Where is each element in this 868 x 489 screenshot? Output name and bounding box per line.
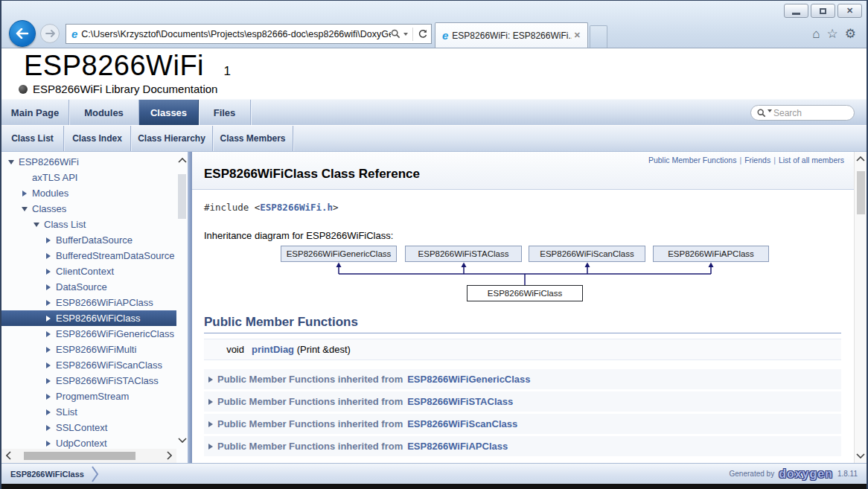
- refresh-icon[interactable]: [418, 29, 428, 39]
- content-scroll-thumb[interactable]: [857, 171, 865, 214]
- tab-files[interactable]: Files: [199, 100, 251, 125]
- doc-content: Public Member Functions|Friends|List of …: [192, 152, 867, 463]
- expand-triangle-icon: [208, 377, 213, 383]
- favorites-star-icon[interactable]: ☆: [827, 28, 838, 40]
- tree-collapsed-icon[interactable]: [46, 409, 51, 415]
- tree-item-bufferdatasource[interactable]: BufferDataSource: [1, 232, 188, 248]
- tree-item-esp8266wificlass-selected[interactable]: ESP8266WiFiClass: [1, 310, 188, 326]
- inherited-section-scanclass[interactable]: Public Member Functions inherited fromES…: [204, 414, 841, 434]
- minimize-button[interactable]: [784, 4, 808, 18]
- tree-item-slist[interactable]: SList: [1, 404, 188, 420]
- search-dropdown-icon[interactable]: [403, 33, 408, 36]
- tree-collapsed-icon[interactable]: [46, 284, 51, 290]
- link-all-members[interactable]: List of all members: [779, 156, 844, 164]
- search-box[interactable]: [750, 105, 855, 121]
- inherited-class-link[interactable]: ESP8266WiFiGenericClass: [407, 374, 530, 385]
- sidebar-horizontal-scrollbar[interactable]: [1, 449, 176, 463]
- tab-modules[interactable]: Modules: [69, 100, 139, 125]
- tree-collapsed-icon[interactable]: [46, 362, 51, 368]
- search-icon[interactable]: [391, 29, 401, 39]
- tab-close-icon[interactable]: ✕: [572, 31, 583, 40]
- breadcrumb-chevron-icon: [92, 466, 99, 482]
- page-header: Public Member Functions|Friends|List of …: [192, 152, 867, 190]
- url-input[interactable]: [81, 29, 391, 39]
- tree-item-classes[interactable]: Classes: [1, 201, 188, 217]
- footer-navpath: ESP8266WiFiClass Generated by doxygen 1.…: [1, 463, 867, 484]
- diagram-node-scanclass[interactable]: ESP8266WiFiScanClass: [529, 246, 645, 262]
- restore-button[interactable]: [811, 4, 835, 18]
- tree-item-esp8266wifi[interactable]: ESP8266WiFi: [1, 154, 188, 170]
- tree-collapsed-icon[interactable]: [46, 378, 51, 384]
- diagram-node-apclass[interactable]: ESP8266WiFiAPClass: [653, 246, 769, 262]
- tree-collapsed-icon[interactable]: [22, 191, 27, 196]
- back-button[interactable]: [9, 20, 36, 47]
- inherited-class-link[interactable]: ESP8266WiFiScanClass: [407, 418, 517, 429]
- scroll-left-icon[interactable]: [6, 450, 11, 463]
- tree-item-axtls-api[interactable]: axTLS API: [1, 170, 188, 185]
- sidebar-scroll-thumb[interactable]: [178, 174, 186, 219]
- inherited-section-genericclass[interactable]: Public Member Functions inherited fromES…: [204, 369, 841, 389]
- tree-collapsed-icon[interactable]: [46, 316, 51, 322]
- scroll-up-icon[interactable]: [855, 156, 867, 162]
- browser-tab[interactable]: e ESP8266WiFi: ESP8266WiFi... ✕: [435, 22, 588, 48]
- tab-class-members[interactable]: Class Members: [213, 126, 293, 151]
- link-friends[interactable]: Friends: [744, 156, 770, 164]
- scroll-down-icon[interactable]: [176, 438, 188, 443]
- tab-class-hierarchy[interactable]: Class Hierarchy: [131, 126, 213, 151]
- inherited-class-link[interactable]: ESP8266WiFiAPClass: [407, 441, 508, 452]
- doxygen-version: 1.8.11: [837, 470, 858, 478]
- tree-item-esp8266wifistaclass[interactable]: ESP8266WiFiSTAClass: [1, 373, 188, 389]
- tree-collapsed-icon[interactable]: [46, 425, 51, 431]
- sidebar-vertical-scrollbar[interactable]: [176, 152, 188, 449]
- tab-classes[interactable]: Classes: [139, 100, 199, 125]
- doxygen-logo[interactable]: doxygen: [779, 467, 833, 481]
- scroll-up-icon[interactable]: [176, 158, 188, 163]
- scroll-down-icon[interactable]: [855, 453, 867, 458]
- tree-collapsed-icon[interactable]: [46, 331, 51, 337]
- diagram-node-staclass[interactable]: ESP8266WiFiSTAClass: [405, 246, 522, 262]
- tree-item-esp8266wifiscanclass[interactable]: ESP8266WiFiScanClass: [1, 357, 188, 373]
- tree-collapsed-icon[interactable]: [46, 441, 51, 447]
- tree-item-progmemstream[interactable]: ProgmemStream: [1, 389, 188, 404]
- tree-item-bufferedstreamdatasource[interactable]: BufferedStreamDataSource: [1, 248, 188, 263]
- tree-item-esp8266wifimulti[interactable]: ESP8266WiFiMulti: [1, 342, 188, 357]
- tree-collapsed-icon[interactable]: [46, 394, 51, 400]
- home-icon[interactable]: ⌂: [812, 28, 820, 40]
- tab-class-list[interactable]: Class List: [1, 126, 64, 151]
- tree-item-esp8266wifiapclass[interactable]: ESP8266WiFiAPClass: [1, 295, 188, 310]
- tree-item-sslcontext[interactable]: SSLContext: [1, 420, 188, 435]
- tree-expanded-icon[interactable]: [8, 160, 14, 164]
- link-public-member-functions[interactable]: Public Member Functions: [648, 156, 736, 164]
- tab-main-page[interactable]: Main Page: [1, 100, 69, 125]
- new-tab-button[interactable]: [590, 25, 607, 48]
- tree-item-class-list[interactable]: Class List: [1, 217, 188, 232]
- tree-collapsed-icon[interactable]: [46, 269, 51, 275]
- tree-item-datasource[interactable]: DataSource: [1, 279, 188, 295]
- inherited-class-link[interactable]: ESP8266WiFiSTAClass: [407, 396, 513, 407]
- close-button[interactable]: ✕: [837, 4, 862, 18]
- tab-class-index[interactable]: Class Index: [64, 126, 131, 151]
- search-input[interactable]: [773, 108, 848, 118]
- scroll-right-icon[interactable]: [167, 450, 172, 463]
- sidebar-hscroll-thumb[interactable]: [24, 452, 135, 460]
- search-filter-caret-icon[interactable]: [768, 109, 772, 112]
- forward-button[interactable]: [40, 24, 60, 43]
- tree-collapsed-icon[interactable]: [46, 347, 51, 353]
- tree-collapsed-icon[interactable]: [46, 253, 51, 259]
- include-file-link[interactable]: ESP8266WiFi.h: [260, 202, 333, 213]
- tree-expanded-icon[interactable]: [22, 207, 28, 211]
- tree-collapsed-icon[interactable]: [46, 300, 51, 306]
- breadcrumb-item[interactable]: ESP8266WiFiClass: [10, 470, 84, 479]
- tree-item-esp8266wifigenericclass[interactable]: ESP8266WiFiGenericClass: [1, 326, 188, 342]
- member-printdiag-link[interactable]: printDiag: [252, 344, 294, 355]
- tree-expanded-icon[interactable]: [33, 223, 39, 227]
- content-vertical-scrollbar[interactable]: [854, 152, 867, 463]
- tree-collapsed-icon[interactable]: [46, 237, 51, 243]
- tree-item-modules[interactable]: Modules: [1, 185, 188, 201]
- tree-item-clientcontext[interactable]: ClientContext: [1, 263, 188, 279]
- diagram-node-genericclass[interactable]: ESP8266WiFiGenericClass: [281, 246, 397, 262]
- tools-gear-icon[interactable]: ⚙: [845, 28, 856, 40]
- inherited-section-apclass[interactable]: Public Member Functions inherited fromES…: [204, 436, 841, 456]
- inherited-section-staclass[interactable]: Public Member Functions inherited fromES…: [204, 391, 841, 412]
- address-bar[interactable]: e: [66, 24, 432, 44]
